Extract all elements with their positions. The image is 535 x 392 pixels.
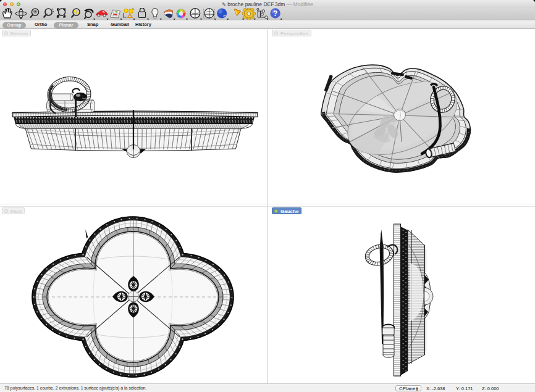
svg-text:?: ? [273,9,277,18]
